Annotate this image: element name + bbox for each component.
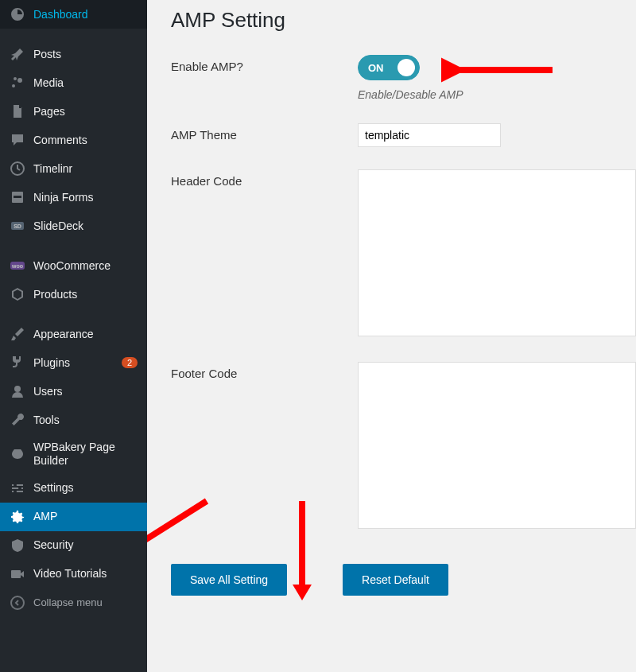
collapse-icon [10,595,25,611]
sidebar-item-appearance[interactable]: Appearance [0,320,147,348]
gear-icon [10,509,25,525]
sidebar-item-wpbakery[interactable]: WPBakery Page Builder [0,434,147,474]
sidebar-item-amp[interactable]: AMP [0,503,147,531]
sidebar-item-products[interactable]: Products [0,280,147,309]
page-icon [10,103,25,119]
sidebar-item-media[interactable]: Media [0,68,147,97]
sidebar-item-video-tutorials[interactable]: Video Tutorials [0,560,147,588]
brush-icon [10,326,25,342]
plugins-update-badge: 2 [122,357,138,368]
sidebar-item-label: Pages [33,105,138,118]
enable-amp-row: Enable AMP? ON Enable/Desable AMP [171,55,636,101]
sidebar-item-plugins[interactable]: Plugins 2 [0,348,147,377]
sidebar-item-posts[interactable]: Posts [0,40,147,68]
amp-theme-row: AMP Theme [171,123,636,147]
collapse-menu-button[interactable]: Collapse menu [0,588,147,617]
sidebar-item-label: Media [33,76,138,90]
sidebar-item-tools[interactable]: Tools [0,406,147,434]
sidebar-item-label: Video Tutorials [33,567,138,581]
cube-icon [10,286,25,302]
video-icon [10,566,25,582]
main-content: AMP Setting Enable AMP? ON Enable/Desabl… [147,0,636,672]
sidebar-item-woocommerce[interactable]: woo WooCommerce [0,251,147,280]
sidebar-item-label: WPBakery Page Builder [33,441,138,468]
enable-amp-description: Enable/Desable AMP [358,88,636,101]
admin-sidebar: Dashboard Posts Media Pages Comments Tim… [0,0,147,672]
sidebar-item-label: Plugins [33,356,111,370]
collapse-menu-label: Collapse menu [33,596,138,609]
dashboard-icon [10,6,25,22]
sidebar-item-label: Posts [33,48,138,61]
footer-code-textarea[interactable] [358,362,636,529]
svg-point-9 [18,487,21,490]
reset-button[interactable]: Reset Default [343,564,448,596]
sliders-icon [10,480,25,496]
media-icon [10,75,25,91]
sidebar-item-label: Users [33,385,138,398]
sidebar-item-label: Appearance [33,328,138,341]
header-code-row: Header Code [171,169,636,340]
pin-icon [10,46,25,62]
svg-point-7 [14,386,21,392]
svg-point-12 [11,596,24,609]
svg-point-8 [14,484,17,487]
amp-theme-label: AMP Theme [171,123,358,142]
header-code-label: Header Code [171,169,358,188]
footer-code-row: Footer Code [171,362,636,532]
plug-icon [10,355,25,371]
sidebar-item-timelinr[interactable]: Timelinr [0,154,147,183]
sidebar-item-dashboard[interactable]: Dashboard [0,0,147,29]
svg-point-10 [14,490,17,493]
woocommerce-icon: woo [10,258,25,274]
sidebar-item-label: Comments [33,134,138,147]
wpbakery-icon [10,446,25,462]
sidebar-item-label: Ninja Forms [33,191,138,204]
sidebar-item-label: Tools [33,414,138,427]
svg-rect-2 [14,196,21,198]
sidebar-item-settings[interactable]: Settings [0,474,147,503]
svg-text:woo: woo [11,263,23,269]
shield-icon [10,538,25,554]
sidebar-item-label: Products [33,288,138,301]
clock-icon [10,161,25,177]
sidebar-item-label: WooCommerce [33,259,138,273]
sidebar-item-slidedeck[interactable]: SD SlideDeck [0,212,147,240]
svg-rect-11 [11,570,21,578]
sidebar-item-security[interactable]: Security [0,531,147,560]
enable-amp-label: Enable AMP? [171,55,358,73]
footer-code-label: Footer Code [171,362,358,380]
sidebar-item-comments[interactable]: Comments [0,126,147,154]
button-row: Save All Setting Reset Default [171,564,636,596]
sidebar-item-label: Settings [33,481,138,495]
wrench-icon [10,412,25,428]
enable-amp-toggle[interactable]: ON [358,55,420,80]
slidedeck-icon: SD [10,218,25,234]
page-title: AMP Setting [171,8,636,33]
sidebar-item-users[interactable]: Users [0,377,147,406]
sidebar-item-ninja-forms[interactable]: Ninja Forms [0,183,147,212]
save-button[interactable]: Save All Setting [171,564,287,596]
header-code-textarea[interactable] [358,169,636,336]
toggle-knob [398,59,415,76]
sidebar-item-label: Security [33,538,138,552]
ninja-icon [10,189,25,205]
sidebar-item-label: AMP [33,510,138,523]
user-icon [10,383,25,399]
sidebar-item-pages[interactable]: Pages [0,97,147,126]
comment-icon [10,132,25,148]
toggle-state-text: ON [368,62,384,74]
sidebar-item-label: SlideDeck [33,219,138,233]
sidebar-item-label: Timelinr [33,162,138,176]
sidebar-item-label: Dashboard [33,8,138,21]
svg-text:SD: SD [14,223,21,229]
amp-theme-input[interactable] [358,123,501,147]
